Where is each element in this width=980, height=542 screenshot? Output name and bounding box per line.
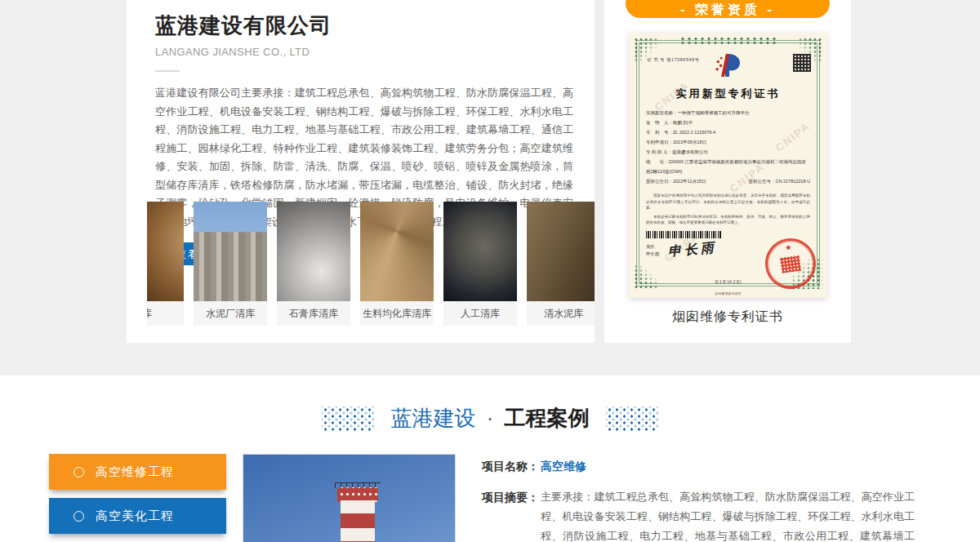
project-name-value[interactable]: 高空维修	[541, 456, 586, 476]
field-grant-date: 授权公告日：2022年11月15日	[646, 176, 706, 186]
seal-star-icon: ★	[785, 244, 792, 252]
certificate-footnote: 其他事项参见续页	[629, 291, 827, 295]
circle-bullet-icon	[74, 511, 84, 522]
barcode-icon	[646, 231, 721, 238]
case-info: 项目名称： 高空维修 项目摘要： 主要承接：建筑工程总承包、高耸构筑物工程、防水…	[482, 456, 915, 542]
cnipa-logo-icon	[715, 52, 742, 82]
gallery-item[interactable]: 生料均化库清库	[360, 202, 434, 326]
gallery-photo-clean-silo	[527, 202, 595, 301]
gallery-caption: 水泥厂清库	[194, 301, 267, 326]
page: 蓝港建设有限公司 LANGANG JIANSHE CO., LTD 蓝港建设有限…	[0, 0, 980, 542]
field-utility-name: 实用新型名称：一种用于烟囱维修施工的可升降平台	[646, 108, 810, 118]
director-label: 局长	[646, 243, 660, 251]
corner-ornament-icon	[634, 264, 658, 289]
gallery-item[interactable]: 库	[147, 202, 184, 326]
gallery-photo-silo-interior	[147, 202, 184, 301]
gallery-photo-gypsum-silo	[277, 202, 350, 301]
case-photo-chimney[interactable]	[243, 454, 456, 542]
gallery-item[interactable]: 水泥厂清库	[194, 202, 267, 326]
field-apply-date: 专利申请日：2022年05月18日	[646, 137, 810, 147]
gallery-track: 库 水泥厂清库 石膏库清库 生料均化库清库 人工清库	[147, 202, 595, 326]
qr-code-icon	[793, 54, 811, 72]
honor-card: - 荣誉资质 - CNIPA CNIPA CNIPA CNIPA 证 书 号 第…	[604, 0, 851, 343]
section-title: 蓝港建设 · 工程案例	[390, 404, 589, 433]
case-category-tabs: 高空维修工程 高空美化工程	[49, 454, 226, 542]
legal-paragraph: 国家知识产权局依照中华人民共和国专利法进行初步审查，决定授予专利权，颁发实用新型…	[646, 193, 810, 211]
garland-ornament-icon	[679, 37, 777, 44]
field-address: 地 址：224000 江苏省盐城市城南新区新都街道办事处兴港村二组海纯会园农苑2…	[646, 157, 810, 176]
honor-ribbon-badge[interactable]: - 荣誉资质 -	[626, 0, 830, 18]
certificate-fields: 实用新型名称：一种用于烟囱维修施工的可升降平台 发 明 人：顾鹏;刘冲 专 利 …	[646, 108, 810, 186]
dots-ornament-left-icon	[322, 406, 374, 431]
gallery-photo-cement-plant	[194, 202, 267, 301]
gallery-photo-manual-clearing	[443, 202, 517, 301]
field-inventor: 发 明 人：顾鹏;刘冲	[646, 118, 810, 127]
field-grant-number: 授权公告号：CN 217812218 U	[748, 176, 810, 186]
company-title: 蓝港建设有限公司	[155, 11, 573, 40]
seal-emblem-icon	[780, 255, 801, 273]
cases-section: 蓝港建设 · 工程案例 高空维修工程 高空美化工程	[0, 375, 980, 542]
field-patentee: 专 利 权 人：蓝港建设有限公司	[646, 147, 810, 157]
circle-bullet-icon	[74, 467, 84, 478]
company-subtitle: LANGANG JIANSHE CO., LTD	[155, 46, 573, 58]
certificate-number: 证 书 号 第17086549号	[647, 57, 700, 63]
director-block: 局长 申长雨	[646, 243, 660, 258]
chimney-stack	[341, 500, 375, 542]
certificate-page-note: 第 1 页 (共 2 页)	[629, 280, 827, 284]
section-title-main: 工程案例	[505, 406, 590, 430]
gallery-caption: 石膏库清库	[277, 301, 350, 326]
project-summary-text: 主要承接：建筑工程总承包、高耸构筑物工程、防水防腐保温工程、高空作业工程、机电设…	[541, 487, 915, 542]
gallery-caption: 人工清库	[443, 301, 517, 326]
certificate-legal-text: 国家知识产权局依照中华人民共和国专利法进行初步审查，决定授予专利权，颁发实用新型…	[646, 193, 810, 229]
project-gallery-carousel[interactable]: 库 水泥厂清库 石膏库清库 生料均化库清库 人工清库	[147, 202, 595, 326]
tab-high-altitude-repair[interactable]: 高空维修工程	[49, 454, 226, 490]
company-intro-card: 蓝港建设有限公司 LANGANG JIANSHE CO., LTD 蓝港建设有限…	[127, 0, 595, 343]
dots-ornament-right-icon	[606, 406, 658, 431]
project-summary-label: 项目摘要：	[482, 487, 541, 542]
project-name-label: 项目名称：	[482, 456, 541, 476]
tab-label: 高空美化工程	[96, 509, 174, 524]
tab-label: 高空维修工程	[96, 464, 174, 480]
section-heading: 蓝港建设 · 工程案例	[0, 375, 980, 433]
gallery-photo-blending-silo	[360, 202, 434, 301]
gallery-caption: 生料均化库清库	[360, 301, 434, 326]
patent-certificate-image[interactable]: CNIPA CNIPA CNIPA CNIPA 证 书 号 第17086549号	[629, 33, 827, 298]
gallery-caption: 清水泥库	[527, 301, 595, 326]
gallery-caption: 库	[147, 301, 184, 326]
field-patent-number: 专 利 号：ZL 2022 2 1215076.4	[646, 127, 810, 137]
gallery-item[interactable]: 石膏库清库	[277, 202, 350, 326]
legal-paragraph: 专利证书记载专利权登记时的法律状况。专利权的转移、质押、无效、终止、恢复和专利权…	[646, 214, 810, 226]
tab-high-altitude-beautify[interactable]: 高空美化工程	[49, 498, 226, 534]
section-title-separator: ·	[487, 406, 494, 430]
gallery-item[interactable]: 人工清库	[443, 202, 517, 326]
certificate-title: 实用新型专利证书	[629, 87, 827, 101]
gallery-item[interactable]: 清水泥库	[527, 202, 595, 326]
section-title-brand: 蓝港建设	[390, 406, 475, 430]
director-name: 申长雨	[646, 251, 660, 258]
divider	[155, 70, 180, 72]
certificate-caption: 烟囱维修专利证书	[604, 309, 851, 326]
